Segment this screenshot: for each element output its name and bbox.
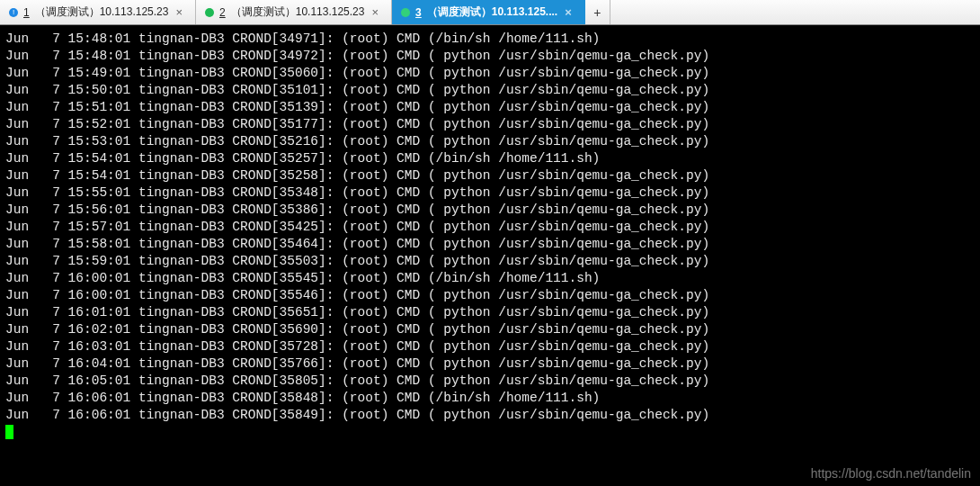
log-line: Jun 7 15:48:01 tingnan-DB3 CROND[34972]:… xyxy=(5,48,975,65)
tab-label: （调度测试）10.113.125.23 xyxy=(231,4,365,20)
tab-1[interactable]: !1（调度测试）10.113.125.23× xyxy=(0,0,196,24)
log-line: Jun 7 16:05:01 tingnan-DB3 CROND[35805]:… xyxy=(5,373,975,390)
tab-3[interactable]: 3（调度测试）10.113.125....× xyxy=(392,0,585,24)
log-line: Jun 7 15:54:01 tingnan-DB3 CROND[35257]:… xyxy=(5,150,975,167)
tab-number: 3 xyxy=(415,6,422,19)
log-line: Jun 7 16:04:01 tingnan-DB3 CROND[35766]:… xyxy=(5,356,975,373)
log-line: Jun 7 15:57:01 tingnan-DB3 CROND[35425]:… xyxy=(5,219,975,236)
log-line: Jun 7 16:06:01 tingnan-DB3 CROND[35848]:… xyxy=(5,390,975,407)
tab-bar: !1（调度测试）10.113.125.23×2（调度测试）10.113.125.… xyxy=(0,0,980,25)
log-line: Jun 7 15:58:01 tingnan-DB3 CROND[35464]:… xyxy=(5,236,975,253)
log-line: Jun 7 15:49:01 tingnan-DB3 CROND[35060]:… xyxy=(5,65,975,82)
log-line: Jun 7 16:06:01 tingnan-DB3 CROND[35849]:… xyxy=(5,407,975,424)
log-line: Jun 7 15:56:01 tingnan-DB3 CROND[35386]:… xyxy=(5,202,975,219)
log-line: Jun 7 15:53:01 tingnan-DB3 CROND[35216]:… xyxy=(5,133,975,150)
close-icon[interactable]: × xyxy=(370,5,380,19)
log-line: Jun 7 15:54:01 tingnan-DB3 CROND[35258]:… xyxy=(5,167,975,184)
log-line: Jun 7 15:59:01 tingnan-DB3 CROND[35503]:… xyxy=(5,253,975,270)
close-icon[interactable]: × xyxy=(563,5,574,19)
plus-icon: + xyxy=(593,5,601,20)
log-line: Jun 7 15:55:01 tingnan-DB3 CROND[35348]:… xyxy=(5,184,975,202)
terminal-cursor-line xyxy=(5,424,975,441)
tab-2[interactable]: 2（调度测试）10.113.125.23× xyxy=(196,0,392,24)
tab-number: 2 xyxy=(219,6,226,19)
new-tab-button[interactable]: + xyxy=(585,0,610,24)
cursor-icon xyxy=(5,425,13,439)
log-line: Jun 7 16:02:01 tingnan-DB3 CROND[35690]:… xyxy=(5,321,975,338)
log-line: Jun 7 15:51:01 tingnan-DB3 CROND[35139]:… xyxy=(5,99,975,116)
tab-label: （调度测试）10.113.125.23 xyxy=(35,4,169,20)
log-line: Jun 7 16:03:01 tingnan-DB3 CROND[35728]:… xyxy=(5,338,975,356)
close-icon[interactable]: × xyxy=(174,5,184,19)
terminal-output[interactable]: Jun 7 15:48:01 tingnan-DB3 CROND[34971]:… xyxy=(0,25,980,486)
tab-label: （调度测试）10.113.125.... xyxy=(427,4,557,20)
info-icon: ! xyxy=(9,8,18,17)
status-dot-icon xyxy=(205,8,214,17)
tab-bar-empty xyxy=(610,0,980,24)
log-line: Jun 7 16:00:01 tingnan-DB3 CROND[35546]:… xyxy=(5,287,975,304)
log-line: Jun 7 16:01:01 tingnan-DB3 CROND[35651]:… xyxy=(5,304,975,321)
tab-number: 1 xyxy=(23,6,30,19)
log-line: Jun 7 15:50:01 tingnan-DB3 CROND[35101]:… xyxy=(5,82,975,99)
status-dot-icon xyxy=(401,8,410,17)
log-line: Jun 7 15:52:01 tingnan-DB3 CROND[35177]:… xyxy=(5,116,975,133)
log-line: Jun 7 15:48:01 tingnan-DB3 CROND[34971]:… xyxy=(5,31,975,48)
log-line: Jun 7 16:00:01 tingnan-DB3 CROND[35545]:… xyxy=(5,270,975,287)
